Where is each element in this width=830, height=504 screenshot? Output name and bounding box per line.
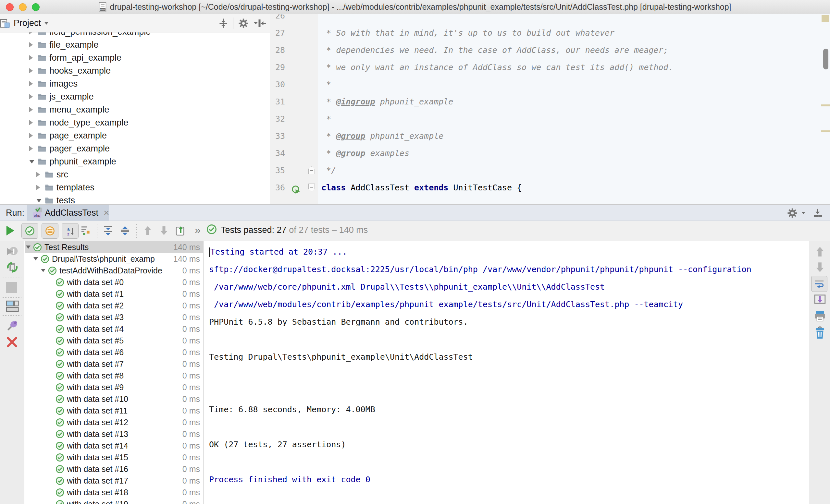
test-tree-item-with-data-set-#8[interactable]: with data set #80 ms xyxy=(25,370,203,381)
project-tree-item-field_permission_example[interactable]: field_permission_example xyxy=(0,32,270,38)
rerun-button[interactable] xyxy=(5,225,15,236)
editor-line-36[interactable]: 36class AddClassTest extends UnitTestCas… xyxy=(270,179,830,196)
hide-panel-icon[interactable] xyxy=(257,19,267,28)
editor-line-27[interactable]: 27 * So with that in mind, it's up to us… xyxy=(270,24,830,41)
sort-alphabetically-toggle[interactable]: a z xyxy=(62,223,78,239)
sort-by-duration-icon[interactable] xyxy=(81,225,91,235)
chevron-expanded-icon[interactable] xyxy=(41,269,48,272)
run-tab-addclasstest[interactable]: php AddClassTest × xyxy=(27,205,109,221)
test-tree-item-with-data-set-#2[interactable]: with data set #20 ms xyxy=(25,300,203,311)
code-editor[interactable]: 2627 * So with that in mind, it's up to … xyxy=(270,14,830,204)
scroll-to-end-icon[interactable] xyxy=(814,294,826,305)
close-tab-icon[interactable]: × xyxy=(103,207,109,218)
editor-line-31[interactable]: 31 * @ingroup phpunit_example xyxy=(270,93,830,110)
chevron-collapsed-icon[interactable] xyxy=(29,81,38,86)
test-tree-item-with-data-set-#4[interactable]: with data set #40 ms xyxy=(25,323,203,335)
chevron-collapsed-icon[interactable] xyxy=(29,94,38,99)
editor-line-26[interactable]: 26 xyxy=(270,14,830,24)
test-tree-item-with-data-set-#5[interactable]: with data set #50 ms xyxy=(25,335,203,346)
scroll-up-icon[interactable] xyxy=(815,246,826,258)
test-tree-item-with-data-set-#19[interactable]: with data set #190 ms xyxy=(25,498,203,504)
rerun-disabled-icon[interactable] xyxy=(6,246,18,258)
chevron-collapsed-icon[interactable] xyxy=(29,120,38,125)
collapse-all-icon[interactable] xyxy=(218,19,228,28)
test-tree-item-with-data-set-#3[interactable]: with data set #30 ms xyxy=(25,311,203,323)
test-tree-item-with-data-set-#14[interactable]: with data set #140 ms xyxy=(25,440,203,451)
restore-layout-icon[interactable] xyxy=(6,300,19,312)
scroll-down-icon[interactable] xyxy=(815,261,826,273)
test-tree-item-with-data-set-#7[interactable]: with data set #70 ms xyxy=(25,358,203,370)
test-tree-item-with-data-set-#11[interactable]: with data set #110 ms xyxy=(25,405,203,416)
editor-line-29[interactable]: 29 * we only want an instance of AddClas… xyxy=(270,59,830,76)
test-tree-item-with-data-set-#1[interactable]: with data set #10 ms xyxy=(25,288,203,300)
project-tree-item-hooks_example[interactable]: hooks_example xyxy=(0,64,270,77)
test-tree-item-with-data-set-#10[interactable]: with data set #100 ms xyxy=(25,393,203,405)
test-history-icon[interactable] xyxy=(175,225,186,236)
chevron-expanded-icon[interactable] xyxy=(36,199,45,202)
pin-tab-icon[interactable] xyxy=(6,319,19,332)
run-test-gutter-icon[interactable] xyxy=(291,183,300,200)
project-tree-item-pager_example[interactable]: pager_example xyxy=(0,142,270,155)
test-tree-item-with-data-set-#17[interactable]: with data set #170 ms xyxy=(25,475,203,486)
test-tree-item-with-data-set-#13[interactable]: with data set #130 ms xyxy=(25,428,203,440)
chevron-collapsed-icon[interactable] xyxy=(29,146,38,151)
fold-marker-icon[interactable] xyxy=(308,166,315,174)
test-tree-item-with-data-set-#9[interactable]: with data set #90 ms xyxy=(25,381,203,393)
chevron-collapsed-icon[interactable] xyxy=(29,133,38,138)
project-tree-item-templates[interactable]: templates xyxy=(0,181,270,194)
stop-icon[interactable] xyxy=(6,282,17,293)
close-window-button[interactable] xyxy=(6,3,13,11)
chevron-collapsed-icon[interactable] xyxy=(36,172,45,177)
test-tree-item-with-data-set-#6[interactable]: with data set #60 ms xyxy=(25,346,203,358)
project-tree-item-phpunit_example[interactable]: phpunit_example xyxy=(0,155,270,168)
chevron-collapsed-icon[interactable] xyxy=(36,185,45,190)
expand-all-icon[interactable] xyxy=(103,225,113,236)
test-console-output[interactable]: Testing started at 20:37 ...sftp://docke… xyxy=(204,241,809,504)
gear-icon[interactable] xyxy=(787,208,798,218)
chevron-collapsed-icon[interactable] xyxy=(29,55,38,60)
editor-line-32[interactable]: 32 * xyxy=(270,110,830,128)
clear-all-icon[interactable] xyxy=(814,326,826,339)
chevron-collapsed-icon[interactable] xyxy=(29,42,38,47)
chevron-expanded-icon[interactable] xyxy=(26,245,33,249)
test-tree-item-with-data-set-#16[interactable]: with data set #160 ms xyxy=(25,463,203,475)
editor-line-33[interactable]: 33 * @group phpunit_example xyxy=(270,128,830,145)
project-panel-header[interactable]: Project xyxy=(0,14,270,32)
project-tree-item-src[interactable]: src xyxy=(0,168,270,181)
test-tree-item-with-data-set-#15[interactable]: with data set #150 ms xyxy=(25,451,203,463)
test-tree-item-testAddWithBadDataProvide[interactable]: testAddWithBadDataProvide0 ms xyxy=(25,265,203,276)
chevron-collapsed-icon[interactable] xyxy=(29,68,38,73)
hide-tool-window-icon[interactable] xyxy=(812,208,823,218)
print-icon[interactable] xyxy=(814,310,826,322)
test-tree-item-with-data-set-#12[interactable]: with data set #120 ms xyxy=(25,416,203,428)
chevron-expanded-icon[interactable] xyxy=(33,257,40,261)
test-tree-item-Drupal-Tests-phpunit-examp[interactable]: Drupal\Tests\phpunit_examp140 ms xyxy=(25,253,203,265)
project-tree-item-js_example[interactable]: js_example xyxy=(0,90,270,103)
editor-line-34[interactable]: 34 * @group examples xyxy=(270,145,830,162)
project-tree-item-menu_example[interactable]: menu_example xyxy=(0,103,270,116)
zoom-window-button[interactable] xyxy=(32,3,40,11)
soft-wrap-toggle[interactable] xyxy=(811,276,827,292)
project-tree-item-tests[interactable]: tests xyxy=(0,194,270,204)
editor-line-30[interactable]: 30 * xyxy=(270,76,830,93)
project-tree-item-file_example[interactable]: file_example xyxy=(0,38,270,51)
close-icon[interactable] xyxy=(6,336,18,348)
test-tree-item-with-data-set-#0[interactable]: with data set #00 ms xyxy=(25,276,203,288)
project-tree-item-page_example[interactable]: page_example xyxy=(0,129,270,142)
project-tree-item-node_type_example[interactable]: node_type_example xyxy=(0,116,270,129)
chevron-expanded-icon[interactable] xyxy=(29,160,38,164)
next-failed-test-icon[interactable] xyxy=(159,225,169,236)
editor-scrollbar-thumb[interactable] xyxy=(823,48,828,69)
project-tree-item-images[interactable]: images xyxy=(0,77,270,90)
chevron-collapsed-icon[interactable] xyxy=(29,107,38,112)
show-passed-toggle[interactable] xyxy=(22,223,38,239)
editor-line-28[interactable]: 28 * dependencies we need. In the case o… xyxy=(270,41,830,59)
chevron-collapsed-icon[interactable] xyxy=(29,32,38,34)
project-tree-item-form_api_example[interactable]: form_api_example xyxy=(0,51,270,64)
rerun-failed-tests-icon[interactable] xyxy=(6,261,19,274)
editor-line-35[interactable]: 35 */ xyxy=(270,162,830,179)
test-tree-item-with-data-set-#18[interactable]: with data set #180 ms xyxy=(25,486,203,498)
gear-icon[interactable] xyxy=(238,18,249,29)
test-tree-item-Test-Results[interactable]: Test Results140 ms xyxy=(25,241,203,253)
show-ignored-toggle[interactable] xyxy=(41,223,58,239)
